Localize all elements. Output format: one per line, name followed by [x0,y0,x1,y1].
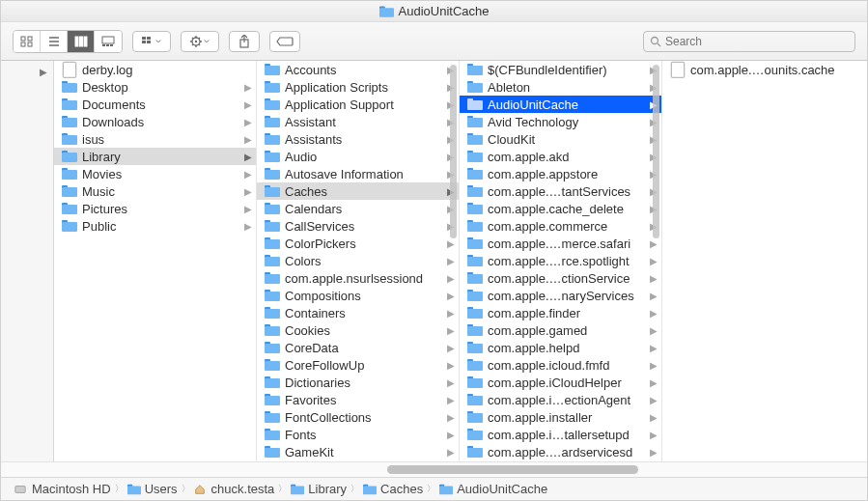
list-item[interactable]: com.apple.i…ectionAgent▶ [460,391,661,408]
list-item[interactable]: Application Support▶ [257,96,459,113]
breadcrumb-item[interactable]: chuck.testa [194,482,275,496]
list-item[interactable]: ColorPickers▶ [257,235,459,252]
scrollbar[interactable] [653,65,659,238]
list-item[interactable]: com.apple.commerce▶ [460,217,661,235]
svg-rect-142 [467,413,483,423]
disclosure-triangle[interactable]: ▶ [40,67,47,77]
list-item[interactable]: Fonts▶ [257,426,459,443]
list-item[interactable]: Compositions▶ [257,287,459,304]
list-item[interactable]: com.apple.…merce.safari▶ [460,235,661,252]
list-item[interactable]: Application Scripts▶ [257,78,459,96]
view-column-button[interactable] [68,31,95,52]
item-label: com.apple.cache_delete [488,202,648,216]
list-item[interactable]: Dictionaries▶ [257,374,459,391]
item-label: Library [82,150,242,164]
list-item[interactable]: Avid Technology▶ [460,113,661,130]
list-item[interactable]: com.apple.appstore▶ [460,165,661,182]
column-4[interactable]: com.apple.…ounits.cache [662,61,867,461]
chevron-right-icon: ▶ [244,117,252,127]
list-item[interactable]: Cookies▶ [257,321,459,339]
tags-button[interactable] [269,31,300,52]
list-item[interactable]: com.apple.…ounits.cache [662,61,867,78]
list-item[interactable]: Assistant▶ [257,113,459,130]
list-item[interactable]: Autosave Information▶ [257,165,459,182]
list-item[interactable]: Favorites▶ [257,391,459,408]
folder-icon [467,358,483,372]
list-item[interactable]: com.apple.finder▶ [460,304,661,321]
list-item[interactable]: CoreFollowUp▶ [257,356,459,374]
list-item[interactable]: Desktop▶ [54,78,256,96]
list-item[interactable]: GameKit▶ [257,443,459,460]
scrollbar[interactable] [450,65,457,238]
column-3[interactable]: $(CFBundleIdentifier)▶Ableton▶AudioUnitC… [460,61,662,461]
list-item[interactable]: com.apple.akd▶ [460,148,661,165]
list-item[interactable]: Assistants▶ [257,130,459,148]
list-item[interactable]: Ableton▶ [460,78,661,96]
list-item[interactable]: CloudKit▶ [460,130,661,148]
list-item[interactable]: com.apple.installer▶ [460,408,661,426]
list-item[interactable]: Library▶ [54,148,256,165]
list-item[interactable]: derby.log [54,61,256,78]
list-item[interactable]: Downloads▶ [54,113,256,130]
item-label: Containers [285,306,445,320]
list-item[interactable]: com.apple.…tantServices▶ [460,182,661,200]
search-field[interactable] [643,31,855,52]
folder-icon [379,6,394,17]
breadcrumb-item[interactable]: Users [127,482,178,496]
folder-icon [265,63,280,76]
list-item[interactable]: CallServices▶ [257,217,459,235]
svg-rect-74 [265,239,280,249]
breadcrumb-item[interactable]: Library [291,482,347,496]
list-item[interactable]: com.apple.helpd▶ [460,339,661,356]
list-item[interactable]: Audio▶ [257,148,459,165]
list-item[interactable]: $(CFBundleIdentifier)▶ [460,61,661,78]
breadcrumb-item[interactable]: AudioUnitCache [439,482,547,496]
chevron-right-icon: 〉 [278,483,287,495]
arrange-menu[interactable] [132,31,171,52]
action-menu[interactable] [181,31,219,52]
list-item[interactable]: Public▶ [54,217,256,235]
list-item[interactable]: CoreData▶ [257,339,459,356]
view-list-button[interactable] [41,31,68,52]
scrollbar-thumb[interactable] [387,465,638,474]
list-item[interactable]: com.apple.cache_delete▶ [460,200,661,217]
share-button[interactable] [229,31,260,52]
list-item[interactable]: Accounts▶ [257,61,459,78]
svg-rect-84 [265,326,280,336]
list-item[interactable]: Documents▶ [54,96,256,113]
list-item[interactable]: com.apple.iCloudHelper▶ [460,374,661,391]
breadcrumb-item[interactable]: Macintosh HD [14,482,111,496]
column-1[interactable]: derby.logDesktop▶Documents▶Downloads▶isu… [54,61,257,461]
folder-icon [467,428,483,441]
list-item[interactable]: com.apple.…naryServices▶ [460,287,661,304]
list-item[interactable]: com.apple.…ardservicesd▶ [460,443,661,460]
list-item[interactable]: Music▶ [54,182,256,200]
list-item[interactable]: Movies▶ [54,165,256,182]
folder-icon [62,115,77,128]
list-item[interactable]: com.apple.…ctionService▶ [460,269,661,287]
folder-icon [265,202,280,215]
column-2[interactable]: Accounts▶Application Scripts▶Application… [257,61,460,461]
list-item[interactable]: Colors▶ [257,252,459,269]
svg-rect-156 [363,486,377,494]
list-item[interactable]: Calendars▶ [257,200,459,217]
list-item[interactable]: com.apple.gamed▶ [460,321,661,339]
view-icon-button[interactable] [14,31,41,52]
list-item[interactable]: AudioUnitCache▶ [460,96,661,113]
horizontal-scrollbar[interactable] [1,461,867,477]
list-item[interactable]: com.apple.nsurlsessiond▶ [257,269,459,287]
svg-rect-13 [102,44,105,46]
breadcrumb-item[interactable]: Caches [363,482,423,496]
item-label: Calendars [285,202,445,216]
svg-rect-17 [142,41,146,43]
list-item[interactable]: Pictures▶ [54,200,256,217]
search-input[interactable] [665,35,849,48]
list-item[interactable]: Containers▶ [257,304,459,321]
list-item[interactable]: com.apple.i…tallersetupd▶ [460,426,661,443]
list-item[interactable]: isus▶ [54,130,256,148]
list-item[interactable]: Caches▶ [257,182,459,200]
view-gallery-button[interactable] [95,31,122,52]
list-item[interactable]: com.apple.icloud.fmfd▶ [460,356,661,374]
list-item[interactable]: FontCollections▶ [257,408,459,426]
list-item[interactable]: com.apple.…rce.spotlight▶ [460,252,661,269]
